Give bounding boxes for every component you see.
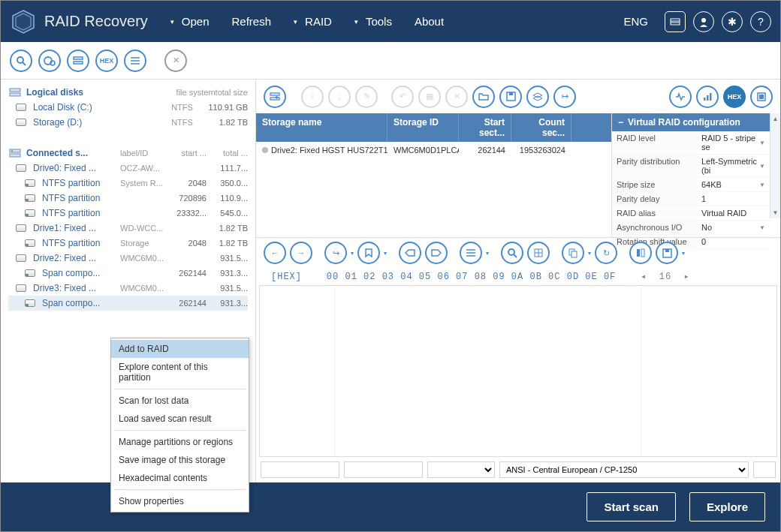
close-icon[interactable]: ✕	[164, 50, 187, 72]
columns-icon[interactable]	[629, 242, 652, 264]
cm-manage-partitions[interactable]: Manage partitions or regions	[111, 433, 249, 451]
move-down-icon[interactable]: ↓	[328, 86, 351, 108]
raid-property-row[interactable]: Parity delay1	[612, 192, 770, 206]
menu-about[interactable]: About	[415, 15, 444, 28]
cm-explore-content[interactable]: Explore content of this partition	[111, 358, 249, 386]
raid-property-row[interactable]: Parity distributionLeft-Symmetric (bi▼	[612, 155, 770, 178]
cm-hex-contents[interactable]: Hexadecimal contents	[111, 469, 249, 487]
raid-prop-value[interactable]: 1	[697, 192, 770, 206]
dropdown-icon[interactable]: ▼	[759, 163, 765, 170]
save-hex-icon[interactable]	[656, 242, 678, 264]
cm-add-to-raid[interactable]: Add to RAID	[111, 340, 249, 358]
cm-save-image[interactable]: Save image of this storage	[111, 451, 249, 469]
hex-input-1[interactable]	[261, 461, 339, 478]
chart-icon[interactable]	[696, 86, 719, 108]
svg-rect-31	[759, 95, 764, 99]
gear-icon[interactable]: ✱	[722, 11, 743, 32]
raid-prop-value[interactable]: Virtual RAID	[697, 206, 770, 220]
storage-row[interactable]: NTFS partitionStorage20481.82 TB	[8, 236, 248, 251]
menu-tools[interactable]: Tools	[354, 15, 392, 28]
hex-input-2[interactable]	[344, 461, 423, 478]
open-image-icon[interactable]	[38, 50, 61, 72]
nav-back-icon[interactable]: ←	[264, 242, 286, 264]
scan-icon[interactable]	[10, 50, 32, 72]
dropdown-icon[interactable]: ▼	[759, 140, 765, 146]
new-raid-icon[interactable]	[67, 50, 89, 72]
language-selector[interactable]: ENG	[623, 15, 648, 28]
raid-property-row[interactable]: RAID aliasVirtual RAID	[612, 206, 770, 221]
move-up-icon[interactable]: ↑	[301, 86, 324, 108]
raid-prop-value[interactable]: 64KB▼	[697, 178, 770, 191]
raid-prop-value[interactable]: RAID 5 - stripe se▼	[697, 131, 770, 154]
dropdown-icon[interactable]: ▼	[759, 224, 765, 231]
menu-refresh[interactable]: Refresh	[232, 15, 272, 28]
cm-show-properties[interactable]: Show properties	[111, 492, 249, 510]
col-storage-id[interactable]: Storage ID	[387, 113, 459, 142]
save-disk-icon[interactable]	[499, 86, 522, 108]
col-storage-name[interactable]: Storage name	[256, 113, 387, 142]
open-folder-icon[interactable]	[472, 86, 495, 108]
hex-view-icon[interactable]: HEX	[723, 86, 746, 108]
edit-icon[interactable]: ✎	[355, 86, 378, 108]
window-icon[interactable]	[665, 11, 686, 32]
layers-icon[interactable]	[526, 86, 549, 108]
export-icon[interactable]: ↦	[553, 86, 576, 108]
storage-row[interactable]: Span compo...262144931.3...	[8, 266, 248, 281]
raid-property-row[interactable]: Asynchronous I/ONo▼	[612, 221, 770, 235]
search-hex-icon[interactable]	[501, 242, 523, 264]
col-start-sector[interactable]: Start sect...	[459, 113, 511, 142]
copy-icon[interactable]	[562, 242, 584, 264]
storage-table-row[interactable]: Drive2: Fixed HGST HUS722T1...WMC6M0D1PL…	[256, 142, 611, 158]
user-icon[interactable]	[693, 11, 714, 32]
hex-input-3[interactable]	[753, 461, 776, 478]
storage-total: 931.3...	[207, 299, 248, 308]
dropdown-icon[interactable]: ▼	[759, 182, 765, 188]
storage-total: 1.82 TB	[207, 239, 248, 248]
storage-row[interactable]: Drive0: Fixed ...OCZ-AW...111.7...	[8, 161, 248, 176]
fullscreen-icon[interactable]	[750, 86, 773, 108]
tag-back-icon[interactable]	[399, 242, 421, 264]
remove-icon[interactable]: ✕	[445, 86, 468, 108]
goto-icon[interactable]: ↪	[324, 242, 347, 264]
menu-open[interactable]: Open	[170, 15, 210, 28]
activity-icon[interactable]	[669, 86, 692, 108]
storage-row[interactable]: Drive1: Fixed ...WD-WCC...1.82 TB	[8, 221, 248, 236]
menu-raid[interactable]: RAID	[294, 15, 332, 28]
grid-icon[interactable]	[527, 242, 550, 264]
auto-raid-icon[interactable]: ✱	[264, 86, 286, 108]
col-count-sector[interactable]: Count sec...	[511, 113, 571, 142]
hex-icon[interactable]: HEX	[95, 50, 118, 72]
raid-prop-value[interactable]: No▼	[697, 221, 770, 234]
cm-scan-lost[interactable]: Scan for lost data	[111, 392, 249, 410]
explore-button[interactable]: Explore	[689, 492, 765, 521]
raid-property-row[interactable]: RAID levelRAID 5 - stripe se▼	[612, 131, 770, 155]
help-icon[interactable]: ?	[750, 11, 771, 32]
hex-list-icon[interactable]	[460, 242, 482, 264]
storage-row[interactable]: Drive3: Fixed ...WMC6M0...931.5...	[8, 281, 248, 296]
cm-load-scan[interactable]: Load saved scan result	[111, 410, 249, 428]
undo-icon[interactable]: ↶	[391, 86, 414, 108]
nav-forward-icon[interactable]: →	[290, 242, 312, 264]
hex-select-1[interactable]	[427, 461, 495, 478]
raid-panel-scrollbar[interactable]: ▲▼	[770, 113, 780, 218]
raid-config-header[interactable]: −Virtual RAID configuration	[612, 113, 770, 131]
hex-body[interactable]	[259, 285, 777, 457]
storage-row[interactable]: NTFS partition23332...545.0...	[8, 206, 248, 221]
hex-ruler: [HEX] 00 01 02 03 04 05 06 07 08 09 0A 0…	[256, 268, 780, 285]
placeholder-icon[interactable]: ▦	[418, 86, 441, 108]
logical-disk-row[interactable]: Storage (D:)NTFS1.82 TB	[8, 115, 248, 130]
collapse-icon[interactable]: −	[618, 117, 623, 128]
reload-icon[interactable]: ↻	[595, 242, 617, 264]
logical-disk-row[interactable]: Local Disk (C:)NTFS110.91 GB	[8, 100, 248, 115]
storage-row[interactable]: NTFS partitionSystem R...2048350.0...	[8, 176, 248, 191]
hex-encoding-select[interactable]: ANSI - Central European / CP-1250	[499, 461, 749, 478]
tag-forward-icon[interactable]	[425, 242, 448, 264]
storage-row[interactable]: NTFS partition720896110.9...	[8, 191, 248, 206]
storage-row[interactable]: Drive2: Fixed ...WMC6M0...931.5...	[8, 251, 248, 266]
start-scan-button[interactable]: Start scan	[587, 492, 676, 521]
raid-prop-value[interactable]: Left-Symmetric (bi▼	[697, 155, 770, 177]
bookmark-icon[interactable]	[357, 242, 380, 264]
list-icon[interactable]	[124, 50, 146, 72]
raid-property-row[interactable]: Stripe size64KB▼	[612, 178, 770, 192]
storage-row[interactable]: Span compo...262144931.3...	[8, 296, 248, 311]
